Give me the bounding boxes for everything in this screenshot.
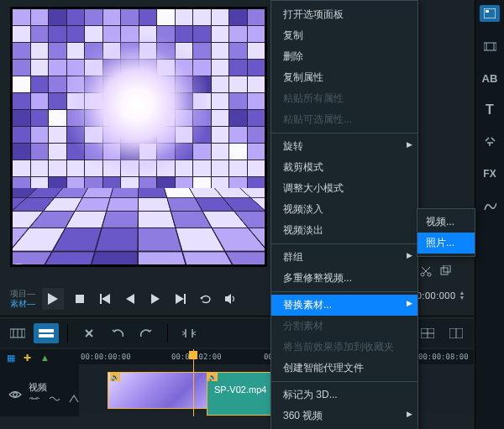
next-button[interactable]: [171, 290, 190, 308]
submenu-replace: 视频...照片...: [417, 208, 475, 257]
submenu-item-1[interactable]: 照片...: [417, 233, 475, 254]
menu-item-22[interactable]: 360 视频▶: [271, 405, 417, 426]
menu-item-11[interactable]: 视频淡出: [271, 220, 417, 241]
menu-item-0[interactable]: 打开选项面板: [271, 4, 417, 25]
svg-rect-2: [486, 10, 489, 13]
panel-fx-button[interactable]: FX: [481, 166, 498, 181]
menu-item-2[interactable]: 删除: [271, 46, 417, 67]
menu-item-21[interactable]: 标记为 3D...: [271, 385, 417, 405]
panel-text-button[interactable]: T: [481, 102, 498, 118]
stop-button[interactable]: [71, 290, 89, 308]
submenu-item-0[interactable]: 视频...: [417, 212, 475, 233]
svg-point-12: [87, 332, 91, 335]
undo-button[interactable]: [105, 323, 130, 343]
svg-rect-3: [484, 43, 496, 50]
frame-fwd-button[interactable]: [146, 290, 165, 308]
svg-rect-11: [39, 334, 54, 337]
right-nav: AB T FX: [475, 0, 504, 429]
timecode-stepper[interactable]: ▲▼: [459, 290, 465, 301]
speaker-icon: 🔊: [110, 373, 120, 381]
cut-icon[interactable]: [420, 265, 432, 289]
layout-grid-button[interactable]: [415, 323, 440, 343]
menu-item-9[interactable]: 调整大小模式: [271, 178, 417, 199]
track-expand-icon[interactable]: ▦: [7, 353, 18, 363]
menu-item-19[interactable]: 创建智能代理文件: [271, 358, 417, 379]
redo-button[interactable]: [134, 323, 159, 343]
volume-button[interactable]: [222, 290, 240, 308]
track-label: 视频: [29, 381, 47, 394]
effects-icon[interactable]: [69, 395, 79, 403]
menu-item-17: 分割素材: [271, 316, 417, 337]
panel-tool1-button[interactable]: [481, 39, 498, 54]
preview-pane: [10, 7, 267, 267]
copy-icon[interactable]: [440, 265, 452, 289]
tool-settings-button[interactable]: [76, 323, 102, 343]
svg-rect-0: [76, 295, 84, 303]
prev-button[interactable]: [96, 290, 114, 308]
link-icon[interactable]: [29, 395, 40, 403]
context-menu: 打开选项面板复制删除复制属性粘贴所有属性粘贴可选属性...旋转▶裁剪模式调整大小…: [270, 0, 418, 429]
panel-ab-button[interactable]: AB: [481, 71, 498, 86]
menu-item-16[interactable]: 替换素材...▶: [271, 295, 417, 316]
menu-item-14[interactable]: 多重修整视频...: [271, 268, 417, 289]
playhead-handle[interactable]: [189, 351, 197, 359]
track-arrow-icon[interactable]: ▲: [40, 353, 52, 363]
playhead[interactable]: [193, 349, 194, 416]
panel-path-button[interactable]: [481, 198, 498, 213]
mode-project-label[interactable]: 项目—: [10, 289, 35, 299]
svg-rect-10: [39, 329, 54, 332]
svg-rect-1: [484, 8, 496, 18]
split-clip-button[interactable]: [176, 323, 202, 343]
timeline-view-button[interactable]: [34, 323, 59, 343]
menu-item-4: 粘贴所有属性: [271, 88, 417, 109]
clip-name-label: SP-V02.mp4: [214, 385, 266, 395]
wave-icon[interactable]: [49, 395, 60, 403]
menu-item-8[interactable]: 裁剪模式: [271, 157, 417, 178]
panel-settings-button[interactable]: [481, 134, 498, 149]
svg-rect-7: [444, 265, 450, 272]
track-visibility-toggle[interactable]: [8, 390, 22, 400]
playback-controls: 项目— 素材—: [10, 282, 262, 316]
scrub-bar[interactable]: [14, 266, 263, 267]
scrub-knob[interactable]: [14, 264, 23, 267]
preview-video: [13, 9, 265, 264]
menu-item-5: 粘贴可选属性...: [271, 109, 417, 130]
mode-clip-label[interactable]: 素材—: [10, 299, 35, 309]
panel-toggle-button[interactable]: [444, 323, 469, 343]
right-tools: [420, 265, 470, 289]
svg-point-15: [13, 393, 18, 397]
menu-item-7[interactable]: 旋转▶: [271, 136, 417, 157]
loop-button[interactable]: [197, 290, 215, 308]
speaker-icon: 🔊: [207, 373, 218, 381]
menu-item-3[interactable]: 复制属性: [271, 67, 417, 88]
storyboard-view-button[interactable]: [5, 323, 30, 343]
play-button[interactable]: [42, 288, 64, 310]
frame-back-button[interactable]: [121, 290, 139, 308]
menu-item-10[interactable]: 视频淡入: [271, 199, 417, 220]
svg-rect-6: [441, 268, 448, 275]
menu-item-18: 将当前效果添加到收藏夹: [271, 337, 417, 358]
track-plus-icon[interactable]: ✚: [24, 353, 35, 363]
panel-media-button[interactable]: [480, 5, 500, 22]
menu-item-1[interactable]: 复制: [271, 25, 417, 46]
menu-item-13[interactable]: 群组▶: [271, 247, 417, 268]
